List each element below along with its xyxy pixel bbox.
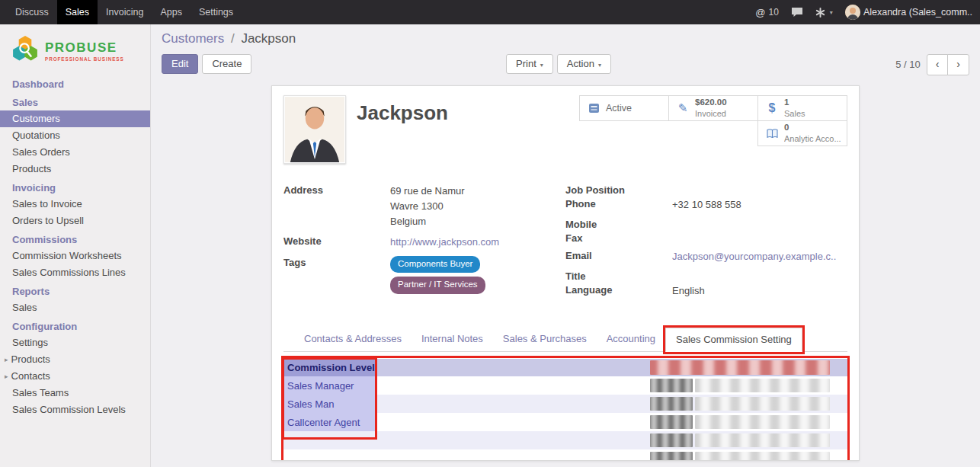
table-header-row: Commission Level <box>283 359 847 376</box>
sidebar-item-orders-to-upsell[interactable]: Orders to Upsell <box>0 213 150 229</box>
action-dropdown[interactable]: Action▾ <box>557 54 611 74</box>
tag-components-buyer: Components Buyer <box>390 256 480 273</box>
redacted-block <box>650 415 693 429</box>
sidebar-item-label: Contacts <box>11 370 50 382</box>
sidebar-section-configuration[interactable]: Configuration <box>0 316 150 334</box>
sidebar-item-commission-worksheets[interactable]: Commission Worksheets <box>0 248 150 264</box>
job-position-label: Job Position <box>565 184 672 196</box>
fax-label: Fax <box>565 232 672 244</box>
language-label: Language <box>565 283 672 299</box>
edit-button[interactable]: Edit <box>162 54 198 74</box>
sidebar-item-customers[interactable]: Customers <box>0 110 150 127</box>
tab-sales-purchases[interactable]: Sales & Purchases <box>493 328 597 351</box>
print-dropdown[interactable]: Print▾ <box>506 54 553 74</box>
tab-accounting[interactable]: Accounting <box>597 328 665 351</box>
website-link[interactable]: http://www.jackpson.com <box>390 235 499 250</box>
redacted-block <box>650 397 693 411</box>
commission-level-cell <box>283 449 375 461</box>
probuse-logo[interactable]: PROBUSE PROFESSIONAL BUSINESS <box>0 24 150 74</box>
title-label: Title <box>565 270 672 282</box>
redacted-block <box>650 379 693 392</box>
pager-value: 5 / 10 <box>895 59 921 70</box>
sales-dollar-icon: $ <box>765 101 779 115</box>
active-stat-button[interactable]: Active <box>579 95 669 121</box>
sidebar-item-sales-commission-levels[interactable]: Sales Commission Levels <box>0 401 150 418</box>
top-menus: Discuss Sales Invoicing Apps Settings <box>0 0 242 24</box>
menu-invoicing[interactable]: Invoicing <box>98 0 152 24</box>
table-row-sales-manager[interactable]: Sales Manager <box>283 376 847 395</box>
topbar-systray: @ 10 ▾ Alexandra (Sales_comm.. <box>749 0 980 24</box>
pager-next-button[interactable]: › <box>947 54 969 75</box>
sidebar-section-reports[interactable]: Reports <box>0 281 150 299</box>
sidebar-item-sales-orders[interactable]: Sales Orders <box>0 144 150 161</box>
mentions-button[interactable]: @ 10 <box>749 0 785 24</box>
sidebar-item-config-settings[interactable]: Settings <box>0 334 150 351</box>
sidebar-section-dashboard[interactable]: Dashboard <box>0 74 150 92</box>
menu-apps[interactable]: Apps <box>152 0 191 24</box>
invoiced-label: Invoiced <box>695 108 727 119</box>
stat-buttons: Active ✎ $620.00 Invoiced $ <box>576 95 847 146</box>
sidebar-item-quotations[interactable]: Quotations <box>0 127 150 144</box>
redacted-block <box>650 360 830 375</box>
sidebar-item-sales-teams[interactable]: Sales Teams <box>0 385 150 401</box>
user-avatar <box>845 5 860 20</box>
sidebar-item-sales-report[interactable]: Sales <box>0 299 150 316</box>
sidebar-item-config-products[interactable]: ▸ Products <box>0 351 150 368</box>
sidebar: PROBUSE PROFESSIONAL BUSINESS Dashboard … <box>0 24 151 467</box>
breadcrumb-customers-link[interactable]: Customers <box>162 31 224 46</box>
sidebar-item-sales-commissions-lines[interactable]: Sales Commissions Lines <box>0 264 150 281</box>
redacted-block <box>695 397 830 411</box>
messages-button[interactable] <box>785 0 809 24</box>
content-area: Customers / Jackpson Edit Create Print▾ … <box>151 24 980 467</box>
table-row-sales-man[interactable]: Sales Man <box>283 395 847 413</box>
tags-label: Tags <box>283 256 390 299</box>
sales-stat-button[interactable]: $ 1 Sales <box>757 95 847 121</box>
analytic-count-label: Analytic Acco... <box>784 133 841 144</box>
commission-table: Commission Level Sales Manager Sales Man <box>283 359 847 461</box>
user-menu[interactable]: Alexandra (Sales_comm.. <box>839 0 978 24</box>
control-panel: Customers / Jackpson Edit Create Print▾ … <box>151 24 980 75</box>
logo-title: PROBUSE <box>45 41 124 54</box>
top-navbar: Discuss Sales Invoicing Apps Settings @ … <box>0 0 980 24</box>
breadcrumb-separator: / <box>231 31 235 46</box>
active-toggle-icon <box>587 103 600 114</box>
customer-form-sheet: Jackpson Active ✎ $62 <box>271 85 860 461</box>
menu-discuss[interactable]: Discuss <box>7 0 57 24</box>
table-row-callcenter-agent[interactable]: Callcenter Agent <box>283 413 847 431</box>
sidebar-section-sales[interactable]: Sales <box>0 92 150 110</box>
table-row-empty[interactable] <box>283 449 847 461</box>
sidebar-item-products[interactable]: Products <box>0 161 150 178</box>
invoiced-value: $620.00 <box>695 97 727 108</box>
menu-settings[interactable]: Settings <box>191 0 242 24</box>
website-label: Website <box>283 235 390 250</box>
phone-value: +32 10 588 558 <box>672 197 741 213</box>
sales-count-value: 1 <box>784 97 805 108</box>
table-row-empty[interactable] <box>283 431 847 449</box>
sidebar-item-config-contacts[interactable]: ▸ Contacts <box>0 368 150 385</box>
sidebar-section-invoicing[interactable]: Invoicing <box>0 178 150 196</box>
pager-previous-button[interactable]: ‹ <box>927 54 949 75</box>
tab-contacts-addresses[interactable]: Contacts & Addresses <box>294 328 412 351</box>
email-label: Email <box>565 249 672 264</box>
sidebar-section-commissions[interactable]: Commissions <box>0 229 150 248</box>
menu-sales[interactable]: Sales <box>57 0 98 24</box>
tab-internal-notes[interactable]: Internal Notes <box>412 328 493 351</box>
sidebar-item-label: Products <box>11 353 50 365</box>
analytic-stat-button[interactable]: 0 Analytic Acco... <box>757 120 847 146</box>
address-line-1: 69 rue de Namur <box>390 184 465 199</box>
tab-sales-commission-setting[interactable]: Sales Commission Setting <box>665 328 802 352</box>
sidebar-item-sales-to-invoice[interactable]: Sales to Invoice <box>0 196 150 213</box>
invoiced-stat-button[interactable]: ✎ $620.00 Invoiced <box>668 95 758 121</box>
redacted-block <box>650 433 693 447</box>
create-button[interactable]: Create <box>202 54 251 74</box>
address-value: 69 rue de Namur Wavre 1300 Belgium <box>390 184 465 229</box>
user-name: Alexandra (Sales_comm.. <box>863 7 972 18</box>
address-line-2: Wavre 1300 <box>390 199 465 214</box>
language-value: English <box>672 283 705 299</box>
mention-count: 10 <box>769 7 779 18</box>
tags-value: Components Buyer Partner / IT Services <box>390 256 485 299</box>
activities-button[interactable]: ▾ <box>809 0 839 24</box>
email-link[interactable]: Jackpson@yourcompany.example.c.. <box>672 249 836 264</box>
customer-photo[interactable] <box>283 95 346 164</box>
customer-name-title: Jackpson <box>357 101 448 125</box>
